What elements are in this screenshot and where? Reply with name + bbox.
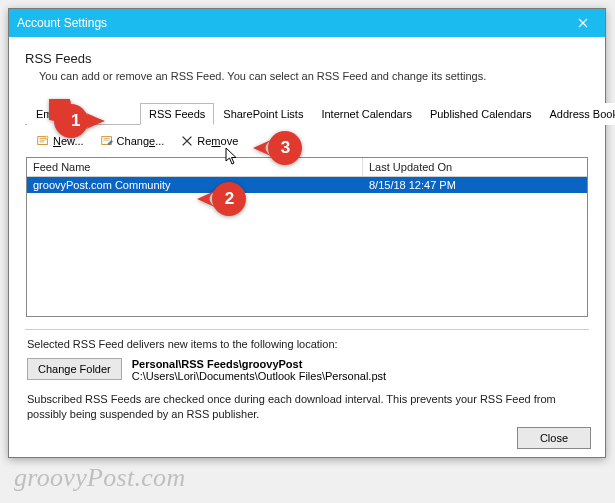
feed-table: Feed Name Last Updated On groovyPost.com… xyxy=(26,157,588,317)
new-feed-icon xyxy=(36,134,50,148)
new-button[interactable]: New... xyxy=(29,131,91,151)
change-feed-icon xyxy=(100,134,114,148)
folder-info: Personal\RSS Feeds\groovyPost C:\Users\L… xyxy=(132,358,386,382)
tab-sharepoint-lists[interactable]: SharePoint Lists xyxy=(214,103,312,125)
table-header: Feed Name Last Updated On xyxy=(27,158,587,177)
window-title: Account Settings xyxy=(17,16,561,30)
dialog-footer: Close xyxy=(517,427,591,449)
tab-address-books[interactable]: Address Books xyxy=(540,103,615,125)
selected-feed-text: Selected RSS Feed delivers new items to … xyxy=(27,338,587,350)
folder-row: Change Folder Personal\RSS Feeds\groovyP… xyxy=(27,358,587,382)
page-heading: RSS Feeds xyxy=(25,51,589,66)
change-folder-button[interactable]: Change Folder xyxy=(27,358,122,380)
account-settings-window: Account Settings RSS Feeds You can add o… xyxy=(8,8,606,458)
window-close-button[interactable] xyxy=(561,9,605,37)
remove-button[interactable]: Remove xyxy=(173,131,245,151)
tab-email[interactable]: Email xyxy=(27,103,73,125)
change-button[interactable]: Change... xyxy=(93,131,172,151)
titlebar: Account Settings xyxy=(9,9,605,37)
toolbar: New... Change... Remove xyxy=(25,125,589,157)
subscription-note: Subscribed RSS Feeds are checked once du… xyxy=(27,392,587,422)
cell-feed-name: groovyPost.com Community xyxy=(27,177,363,193)
close-button[interactable]: Close xyxy=(517,427,591,449)
divider xyxy=(25,329,589,330)
close-icon xyxy=(578,18,588,28)
column-last-updated[interactable]: Last Updated On xyxy=(363,158,587,176)
content-area: RSS Feeds You can add or remove an RSS F… xyxy=(9,37,605,442)
page-subtext: You can add or remove an RSS Feed. You c… xyxy=(39,70,589,82)
folder-file-path: C:\Users\Lori\Documents\Outlook Files\Pe… xyxy=(132,370,386,382)
folder-display-path: Personal\RSS Feeds\groovyPost xyxy=(132,358,386,370)
tab-rss-feeds[interactable]: RSS Feeds xyxy=(140,103,214,125)
remove-icon xyxy=(180,134,194,148)
cell-last-updated: 8/15/18 12:47 PM xyxy=(363,177,587,193)
tab-internet-calendars[interactable]: Internet Calendars xyxy=(312,103,421,125)
watermark: groovyPost.com xyxy=(14,463,185,493)
column-feed-name[interactable]: Feed Name xyxy=(27,158,363,176)
table-row[interactable]: groovyPost.com Community 8/15/18 12:47 P… xyxy=(27,177,587,193)
tab-published-calendars[interactable]: Published Calendars xyxy=(421,103,541,125)
tab-strip: Email Data Files RSS Feeds SharePoint Li… xyxy=(25,102,589,125)
